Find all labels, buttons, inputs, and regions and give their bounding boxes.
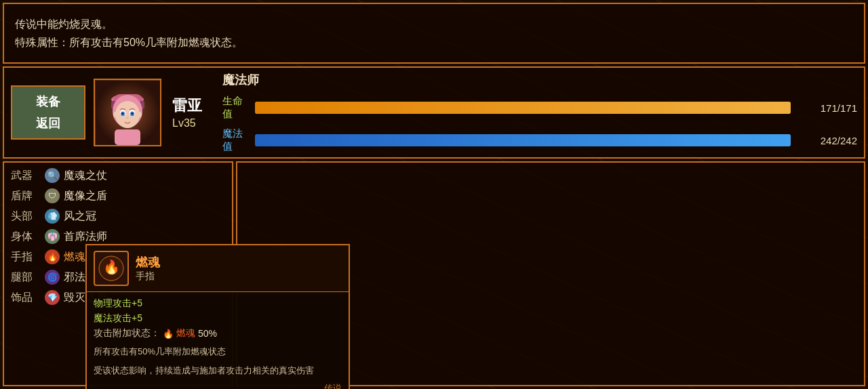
mp-row: 魔法值 242/242	[222, 127, 857, 153]
hp-row: 生命值 171/171	[222, 95, 857, 121]
finger-icon: 🔥	[45, 249, 60, 264]
char-name: 雷亚	[172, 96, 202, 116]
tooltip-status-row: 攻击附加状态： 🔥 燃魂 50%	[94, 327, 342, 340]
svg-point-16	[138, 112, 142, 117]
tooltip-desc2: 受该状态影响，持续造成与施加者攻击力相关的真实伤害	[94, 364, 342, 377]
tooltip-item-name: 燃魂	[136, 254, 160, 270]
mp-fill	[255, 134, 791, 146]
slot-accessory: 饰品	[11, 291, 41, 305]
nav-box: 装备 返回	[11, 85, 85, 140]
stats-area: 魔法师 生命值 171/171 魔法值 242/242	[222, 72, 857, 153]
char-info: 雷亚 Lv35	[172, 96, 202, 129]
return-button[interactable]: 返回	[36, 115, 60, 131]
svg-point-12	[131, 112, 133, 115]
mp-track	[255, 134, 791, 146]
svg-rect-14	[115, 129, 140, 145]
body-icon: 👘	[45, 229, 60, 244]
item-tooltip: 🔥 燃魂 手指 物理攻击+5 魔法攻击+5	[85, 244, 350, 389]
equip-row-shield[interactable]: 盾牌 🛡 魔像之盾	[11, 187, 225, 205]
body-name: 首席法师	[64, 230, 107, 244]
svg-point-13	[126, 117, 128, 119]
bottom-section: 武器 🔍 魔魂之仗 盾牌 🛡 魔像之盾 头部 💨 风之冠	[3, 161, 865, 386]
finger-name: 燃魂	[64, 250, 85, 264]
slot-finger: 手指	[11, 250, 41, 264]
equip-row-head[interactable]: 头部 💨 风之冠	[11, 207, 225, 225]
character-avatar	[96, 81, 160, 145]
shield-icon: 🛡	[45, 188, 60, 203]
accessory-icon: 💎	[45, 290, 60, 305]
tooltip-rarity: 传说	[94, 382, 342, 389]
hp-label: 生命值	[222, 95, 250, 121]
hp-track	[255, 102, 791, 114]
mp-value: 242/242	[796, 135, 857, 146]
tooltip-title-area: 燃魂 手指	[136, 254, 160, 283]
slot-body: 身体	[11, 230, 41, 244]
legs-icon: 🌀	[45, 270, 60, 285]
character-panel: 装备 返回	[3, 66, 865, 159]
tooltip-item-icon: 🔥	[94, 251, 129, 286]
tooltip-stat-matk: 魔法攻击+5	[94, 312, 342, 325]
class-label: 魔法师	[222, 72, 259, 88]
status-name: 燃魂	[176, 327, 195, 340]
tooltip-stat-patk: 物理攻击+5	[94, 298, 342, 310]
fire-flame-icon: 🔥	[163, 329, 174, 339]
slot-weapon: 武器	[11, 169, 41, 183]
class-row: 魔法师	[222, 72, 857, 88]
description-panel: 传说中能灼烧灵魂。 特殊属性：所有攻击有50%几率附加燃魂状态。	[3, 3, 865, 64]
slot-shield: 盾牌	[11, 189, 41, 203]
mp-label: 魔法值	[222, 127, 250, 153]
hp-fill	[255, 102, 791, 114]
tooltip-item-type: 手指	[136, 270, 160, 283]
weapon-name: 魔魂之仗	[64, 169, 107, 183]
svg-point-11	[121, 112, 123, 115]
svg-point-15	[113, 112, 117, 117]
character-portrait	[94, 79, 161, 146]
weapon-icon: 🔍	[45, 168, 60, 183]
slot-legs: 腿部	[11, 270, 41, 285]
svg-text:🔥: 🔥	[103, 259, 120, 275]
char-level: Lv35	[172, 117, 202, 129]
status-pct: 50%	[198, 328, 217, 339]
head-name: 风之冠	[64, 209, 96, 224]
equip-row-body[interactable]: 身体 👘 首席法师	[11, 228, 225, 245]
desc-line2: 特殊属性：所有攻击有50%几率附加燃魂状态。	[15, 33, 853, 52]
main-container: 传说中能灼烧灵魂。 特殊属性：所有攻击有50%几率附加燃魂状态。 装备 返回	[0, 0, 868, 389]
tooltip-header: 🔥 燃魂 手指	[87, 245, 349, 292]
desc-line1: 传说中能灼烧灵魂。	[15, 15, 853, 33]
tooltip-desc1: 所有攻击有50%几率附加燃魂状态	[94, 345, 342, 359]
head-icon: 💨	[45, 209, 60, 224]
tooltip-body: 物理攻击+5 魔法攻击+5 攻击附加状态： 🔥 燃魂 50% 所有攻击有50%几…	[87, 292, 349, 389]
shield-name: 魔像之盾	[64, 189, 107, 203]
status-prefix: 攻击附加状态：	[94, 327, 160, 340]
svg-point-6	[115, 101, 140, 128]
equipment-panel: 武器 🔍 魔魂之仗 盾牌 🛡 魔像之盾 头部 💨 风之冠	[3, 161, 233, 386]
equip-button[interactable]: 装备	[36, 94, 60, 110]
hp-value: 171/171	[796, 102, 857, 114]
equip-row-weapon[interactable]: 武器 🔍 魔魂之仗	[11, 167, 225, 184]
slot-head: 头部	[11, 209, 41, 224]
